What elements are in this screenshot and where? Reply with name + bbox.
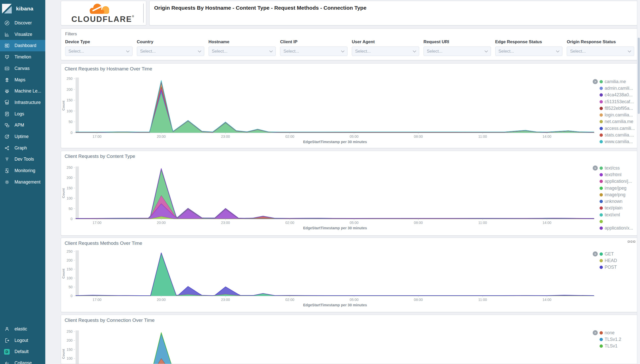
legend-item-f8522ebf95a[interactable]: >f8522ebf95a...	[593, 105, 637, 112]
legend-item-net-camilia-me[interactable]: >net.camilia.me	[593, 118, 637, 125]
legend-item-camilia-me[interactable]: >camilia.me	[593, 78, 637, 85]
svg-text:23:00: 23:00	[221, 221, 230, 225]
sidebar-item-management[interactable]: Management	[0, 176, 45, 188]
sidebar-item-label: Dashboard	[14, 43, 36, 48]
legend-toggle-icon[interactable]: >	[593, 330, 598, 335]
filter-country-select[interactable]: Select...	[137, 47, 204, 56]
sidebar-item-collapse[interactable]: Collapse	[0, 357, 45, 364]
svg-text:08:00: 08:00	[414, 221, 423, 225]
select-placeholder: Select...	[499, 49, 514, 54]
panel-resize-handle[interactable]	[143, 4, 144, 23]
sidebar-item-machine-le[interactable]: Machine Le...	[0, 85, 45, 97]
legend-label: camilia.me	[605, 79, 626, 84]
area-chart-methods[interactable]: 05010015020025017:0020:0023:0002:0005:00…	[61, 238, 638, 312]
legend-item-tlsv1-2[interactable]: >TLSv1.2	[593, 336, 637, 343]
svg-text:20:00: 20:00	[157, 221, 166, 225]
legend-item-application-x[interactable]: >application/x...	[593, 225, 637, 232]
legend-label: net.camilia.me	[605, 119, 633, 124]
legend-item-admin-camili[interactable]: >admin.camili...	[593, 85, 637, 92]
select-placeholder: Select...	[212, 49, 227, 54]
legend-item-www-camilia[interactable]: >www.camilia...	[593, 139, 637, 145]
sidebar-item-dev-tools[interactable]: Dev Tools	[0, 154, 45, 165]
legend-toggle-icon[interactable]: >	[593, 251, 598, 256]
legend-item-tlsv1[interactable]: >TLSv1	[593, 343, 637, 350]
legend-item-application-j[interactable]: >application/j...	[593, 178, 637, 185]
legend-item-none[interactable]: >none	[593, 329, 637, 336]
sidebar-item-logout[interactable]: Logout	[0, 335, 45, 346]
svg-text:50: 50	[68, 285, 72, 289]
svg-text:11:00: 11:00	[478, 298, 487, 302]
filter-edge-response-status-select[interactable]: Select...	[495, 47, 563, 56]
legend-item-image-png[interactable]: >image/png	[593, 191, 637, 198]
legend-label: stats.camilia....	[605, 132, 634, 138]
legend-toggle-icon[interactable]: >	[593, 79, 598, 84]
svg-text:0: 0	[70, 131, 72, 135]
sidebar-item-elastic[interactable]: elastic	[0, 323, 45, 335]
legend-dot	[600, 133, 603, 137]
sidebar-item-discover[interactable]: Discover	[0, 17, 45, 29]
legend-item-text-css[interactable]: >text/css	[593, 165, 637, 171]
sidebar-item-label: Monitoring	[14, 168, 35, 173]
legend-item-get[interactable]: >GET	[593, 251, 637, 257]
scrollbar-thumb[interactable]	[638, 38, 640, 114]
legend-item-access-camili[interactable]: >access.camili...	[593, 125, 637, 132]
sidebar-item-canvas[interactable]: Canvas	[0, 63, 45, 74]
sidebar-item-dashboard[interactable]: Dashboard	[0, 40, 45, 51]
legend-toggle-icon[interactable]: >	[593, 165, 598, 171]
area-chart-connection[interactable]: 05010015020025017:0020:0023:0002:0005:00…	[61, 315, 638, 364]
filter-request-uri-select[interactable]: Select...	[424, 47, 491, 56]
area-chart-hostname[interactable]: 05010015020025017:0020:0023:0002:0005:00…	[61, 64, 638, 148]
filter-device-type-select[interactable]: Select...	[65, 47, 133, 56]
legend-item-c513153ecaf[interactable]: >c513153ecaf...	[593, 98, 637, 105]
sidebar-item-label: Infrastructure	[14, 100, 41, 105]
dashboard-title-panel: Origin Requests By Hostname - Content Ty…	[149, 1, 638, 25]
sidebar-item-default[interactable]: DDefault	[0, 346, 45, 357]
legend-item-login-camilia[interactable]: >login.camilia...	[593, 112, 637, 118]
sidebar-item-infrastructure[interactable]: Infrastructure	[0, 97, 45, 108]
sidebar-item-apm[interactable]: APM	[0, 119, 45, 131]
svg-text:50: 50	[68, 120, 72, 124]
filter-hostname-select[interactable]: Select...	[209, 47, 276, 56]
filter-client-ip-select[interactable]: Select...	[280, 47, 347, 56]
sidebar-item-graph[interactable]: Graph	[0, 142, 45, 154]
svg-text:0: 0	[70, 217, 72, 221]
legend-item-item[interactable]: >	[593, 218, 637, 225]
area-chart-content-type[interactable]: 05010015020025017:0020:0023:0002:0005:00…	[61, 151, 638, 236]
sidebar-item-label: elastic	[14, 326, 27, 332]
monitoring-icon	[4, 168, 10, 174]
maps-icon	[4, 77, 10, 83]
filter-origin-response-status-select[interactable]: Select...	[567, 47, 634, 56]
sidebar-item-monitoring[interactable]: Monitoring	[0, 165, 45, 176]
kibana-logo-text: kibana	[16, 6, 33, 12]
svg-text:20:00: 20:00	[157, 134, 166, 139]
svg-text:Count: Count	[62, 188, 65, 198]
legend-label: text/html	[605, 172, 621, 177]
sidebar-item-timelion[interactable]: Timelion	[0, 51, 45, 63]
sidebar-item-label: Default	[14, 349, 28, 354]
legend-item-post[interactable]: >POST	[593, 264, 637, 271]
legend-item-text-html[interactable]: >text/html	[593, 171, 637, 178]
legend-item-text-xml[interactable]: >text/xml	[593, 211, 637, 218]
sidebar-item-maps[interactable]: Maps	[0, 74, 45, 86]
sidebar-item-logs[interactable]: Logs	[0, 108, 45, 120]
cloudflare-logo-panel: CLOUDFLARE®	[61, 1, 146, 25]
legend-label: TLSv1	[605, 343, 618, 349]
sidebar-item-uptime[interactable]: Uptime	[0, 131, 45, 142]
legend-item-text-plain[interactable]: >text/plain	[593, 205, 637, 211]
cloudflare-cloud-icon	[88, 2, 115, 16]
legend-item-c4ca4238a0[interactable]: >c4ca4238a0...	[593, 92, 637, 98]
legend-item-image-jpeg[interactable]: >image/jpeg	[593, 185, 637, 191]
legend-dot	[600, 140, 603, 143]
legend-item-stats-camilia[interactable]: >stats.camilia....	[593, 132, 637, 138]
sidebar-item-visualize[interactable]: Visualize	[0, 29, 45, 40]
discover-icon	[4, 20, 10, 26]
legend-item-unknown[interactable]: >unknown	[593, 198, 637, 205]
sidebar-item-label: Dev Tools	[14, 157, 34, 162]
filter-user-agent-select[interactable]: Select...	[352, 47, 419, 56]
management-icon	[4, 179, 10, 185]
legend-dot	[600, 87, 603, 90]
kibana-logo[interactable]: kibana	[2, 3, 33, 14]
legend-dot	[600, 173, 603, 176]
legend-item-head[interactable]: >HEAD	[593, 257, 637, 264]
legend-dot	[600, 213, 603, 217]
